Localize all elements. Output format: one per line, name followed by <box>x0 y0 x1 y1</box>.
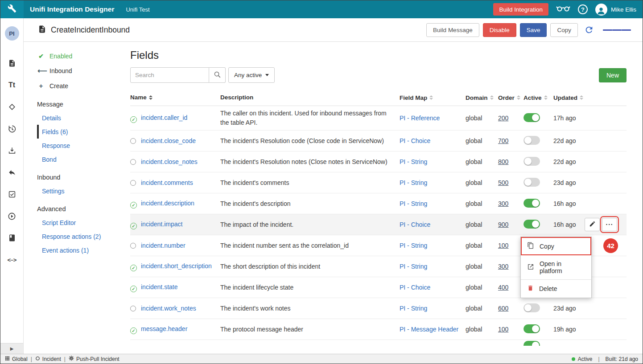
field-map-link[interactable]: PI - String <box>400 200 427 207</box>
table-row[interactable]: ✓message.header The protocol message hea… <box>130 319 627 340</box>
field-order-link[interactable]: 200 <box>498 115 508 122</box>
table-row[interactable]: incident.comments The incident's comment… <box>130 172 627 193</box>
field-order-link[interactable]: 900 <box>498 221 508 228</box>
active-toggle[interactable] <box>523 341 540 346</box>
new-button[interactable]: New <box>599 68 627 82</box>
disable-button[interactable]: Disable <box>483 23 516 37</box>
menu-item-copy[interactable]: Copy <box>521 237 591 255</box>
user-menu[interactable]: Mike Ellis <box>595 4 636 16</box>
diamond-icon[interactable] <box>7 102 17 112</box>
field-order-link[interactable]: 500 <box>498 179 508 186</box>
field-order-link[interactable]: 700 <box>498 137 508 144</box>
nav-item-fields[interactable]: Fields (6) <box>37 125 119 139</box>
field-name-link[interactable]: incident.close_notes <box>141 158 198 165</box>
active-toggle[interactable] <box>523 157 540 166</box>
table-row[interactable]: ✓incident.description The incident's des… <box>130 193 627 214</box>
nav-item-details[interactable]: Details <box>24 111 119 125</box>
row-menu-button[interactable]: ··· <box>602 218 617 231</box>
field-order-link[interactable]: 800 <box>498 158 508 165</box>
active-toggle[interactable] <box>523 113 540 122</box>
field-map-link[interactable]: PI - String <box>400 158 427 165</box>
column-header-order[interactable]: Order <box>498 94 523 101</box>
history-icon[interactable] <box>7 124 17 134</box>
field-name-link[interactable]: incident.short_description <box>141 262 212 270</box>
menu-item-open-in-platform[interactable]: Open in platform <box>521 255 591 279</box>
help-icon[interactable]: ? <box>578 4 588 14</box>
field-name-link[interactable]: incident.caller_id <box>141 114 187 121</box>
task-check-icon[interactable] <box>7 189 17 199</box>
book-icon[interactable] <box>7 233 17 243</box>
search-button[interactable] <box>209 67 226 83</box>
statusbar-global[interactable]: Global <box>5 356 28 362</box>
app-logo[interactable] <box>0 0 24 18</box>
field-map-link[interactable]: PI - Choice <box>400 137 430 144</box>
refresh-icon[interactable] <box>581 25 597 35</box>
active-toggle[interactable] <box>523 178 540 187</box>
document-icon[interactable] <box>7 58 17 68</box>
menu-icon[interactable] <box>600 28 634 32</box>
field-map-link[interactable]: PI - String <box>400 242 427 249</box>
field-map-link[interactable]: PI - Choice <box>400 221 430 228</box>
text-format-icon[interactable]: Tt <box>7 80 17 90</box>
nav-item-event-actions[interactable]: Event actions (1) <box>24 243 119 257</box>
active-toggle[interactable] <box>523 324 540 333</box>
nav-item-response[interactable]: Response <box>24 139 119 152</box>
copy-button[interactable]: Copy <box>550 23 578 37</box>
build-message-button[interactable]: Build Message <box>426 23 479 37</box>
build-integration-button[interactable]: Build Integration <box>493 3 548 16</box>
column-header-domain[interactable]: Domain <box>466 94 498 101</box>
table-row[interactable]: ✓incident.impact The impact of the incid… <box>130 214 627 235</box>
field-name-link[interactable]: incident.description <box>141 200 194 207</box>
nav-item-settings[interactable]: Settings <box>24 184 119 198</box>
field-name-link[interactable]: incident.number <box>141 242 185 249</box>
active-toggle[interactable] <box>523 136 540 145</box>
field-name-link[interactable]: message.header <box>141 325 187 332</box>
menu-item-delete[interactable]: Delete <box>521 279 591 298</box>
active-toggle[interactable] <box>523 303 540 312</box>
play-circle-icon[interactable] <box>7 211 17 221</box>
nav-item-script-editor[interactable]: Script Editor <box>24 216 119 229</box>
table-row[interactable]: incident.close_notes The incident's Reso… <box>130 151 627 172</box>
field-map-link[interactable]: PI - Choice <box>400 284 430 291</box>
field-map-link[interactable]: PI - String <box>400 179 427 186</box>
column-header-updated[interactable]: Updated <box>553 94 585 101</box>
field-order-link[interactable]: 100 <box>498 326 508 333</box>
column-header-active[interactable]: Active <box>523 94 553 101</box>
nav-item-bond[interactable]: Bond <box>24 152 119 166</box>
save-button[interactable]: Save <box>520 23 547 37</box>
field-map-link[interactable]: PI - String <box>400 305 427 312</box>
active-toggle[interactable] <box>523 220 540 229</box>
field-order-link[interactable]: 400 <box>498 284 508 291</box>
nav-item-enabled[interactable]: ✔ Enabled <box>24 49 119 63</box>
field-order-link[interactable]: 300 <box>498 200 508 207</box>
table-row[interactable]: ··· <box>130 340 627 346</box>
search-input[interactable] <box>130 67 209 83</box>
field-order-link[interactable]: 100 <box>498 242 508 249</box>
integration-avatar[interactable]: PI <box>5 26 19 41</box>
field-name-link[interactable]: incident.state <box>141 283 178 290</box>
field-order-link[interactable]: 300 <box>498 263 508 270</box>
field-name-link[interactable]: incident.close_code <box>141 137 196 144</box>
column-header-field-map[interactable]: Field Map <box>400 94 466 101</box>
field-name-link[interactable]: incident.comments <box>141 179 193 186</box>
field-name-link[interactable]: incident.work_notes <box>141 305 196 312</box>
download-icon[interactable] <box>7 146 17 155</box>
active-toggle[interactable] <box>523 199 540 208</box>
nav-item-inbound[interactable]: ⟵ Inbound <box>24 63 119 78</box>
column-header-name[interactable]: Name <box>130 93 220 102</box>
field-name-link[interactable]: incident.impact <box>141 221 182 228</box>
statusbar-incident[interactable]: Incident <box>35 356 61 362</box>
edit-button[interactable] <box>585 218 600 231</box>
code-icon[interactable]: <··> <box>7 255 17 265</box>
nav-item-create[interactable]: + Create <box>24 78 119 93</box>
field-order-link[interactable]: 600 <box>498 305 508 312</box>
active-filter-dropdown[interactable]: Any active <box>228 67 275 83</box>
field-map-link[interactable]: PI - Reference <box>400 115 440 122</box>
environment-name[interactable]: Unifi Test <box>126 6 149 13</box>
table-row[interactable]: incident.work_notes The incident's work … <box>130 298 627 319</box>
table-row[interactable]: ✓incident.caller_id The caller on this i… <box>130 106 627 131</box>
spectacles-icon[interactable] <box>556 5 570 14</box>
statusbar-push-pull-incident[interactable]: Push-Pull Incident <box>69 356 120 362</box>
nav-item-response-actions[interactable]: Response actions (2) <box>24 229 119 243</box>
reply-icon[interactable] <box>7 168 17 177</box>
